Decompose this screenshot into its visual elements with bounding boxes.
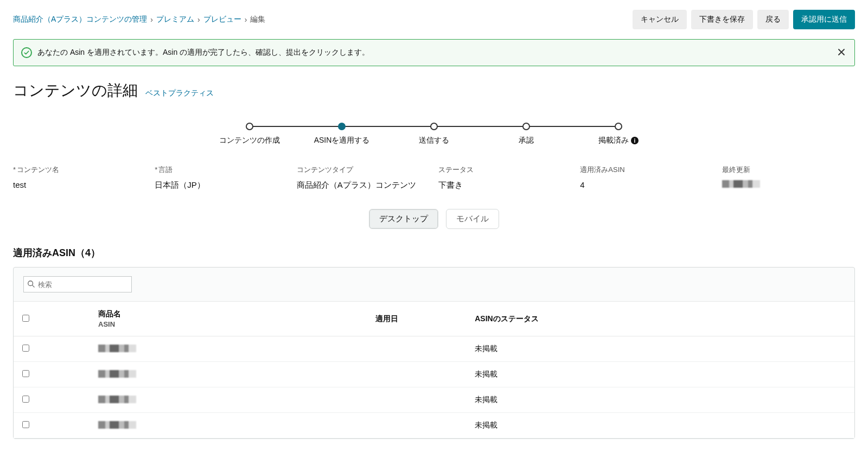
column-header-status: ASINのステータス	[466, 302, 786, 336]
check-circle-icon	[21, 47, 32, 58]
desktop-view-button[interactable]: デスクトップ	[369, 209, 438, 229]
applied-asin-panel: 商品名 ASIN 適用日 ASINのステータス 未掲載未掲載未掲載未掲載	[13, 267, 855, 439]
value-last-updated	[722, 180, 855, 190]
step-dot-icon	[430, 123, 438, 130]
step-label: ASINを適用する	[314, 136, 370, 145]
value-language: 日本語（JP）	[155, 180, 288, 190]
label-content-name: コンテンツ名	[13, 165, 146, 175]
breadcrumb-root[interactable]: 商品紹介（Aプラス）コンテンツの管理	[13, 15, 147, 24]
breadcrumb-item-1[interactable]: プレミアム	[156, 15, 194, 24]
applied-asin-section-title: 適用済みASIN（4）	[13, 246, 855, 259]
cancel-button[interactable]: キャンセル	[633, 10, 687, 29]
step-dot-icon	[615, 123, 622, 130]
step-dot-icon	[246, 123, 253, 130]
step-dot-icon	[522, 123, 530, 130]
breadcrumb-current: 編集	[250, 15, 265, 24]
progress-stepper: コンテンツの作成ASINを適用する送信する承認掲載済みi	[13, 123, 855, 145]
value-content-type: 商品紹介（Aプラス）コンテンツ	[297, 180, 430, 190]
cell-applied-date	[308, 413, 466, 438]
alert-close-button[interactable]	[834, 45, 849, 60]
table-row: 未掲載	[14, 362, 854, 387]
success-alert: あなたの Asin を適用されています。Asin の適用が完了したら、確認し、提…	[13, 39, 855, 66]
cell-product-name	[90, 387, 308, 413]
row-checkbox[interactable]	[22, 345, 29, 352]
cell-product-name	[90, 362, 308, 387]
column-header-name: 商品名 ASIN	[90, 302, 308, 336]
search-icon	[27, 280, 35, 289]
close-icon	[837, 48, 846, 58]
redacted-text	[722, 180, 760, 188]
svg-line-1	[33, 285, 35, 287]
step-label: 承認	[519, 136, 534, 145]
stepper-step: コンテンツの作成	[203, 123, 296, 145]
cell-applied-date	[308, 362, 466, 387]
chevron-right-icon: ›	[197, 15, 200, 24]
label-last-updated: 最終更新	[722, 165, 855, 175]
redacted-text	[98, 370, 136, 378]
info-icon[interactable]: i	[631, 137, 639, 144]
redacted-text	[98, 345, 136, 352]
cell-applied-date	[308, 336, 466, 362]
cell-asin-status: 未掲載	[466, 413, 786, 438]
cell-asin-status: 未掲載	[466, 362, 786, 387]
step-label: 掲載済みi	[598, 136, 639, 145]
breadcrumb-item-2[interactable]: プレビュー	[203, 15, 241, 24]
best-practices-link[interactable]: ベストプラクティス	[145, 88, 214, 98]
alert-message: あなたの Asin を適用されています。Asin の適用が完了したら、確認し、提…	[37, 48, 369, 58]
view-toggle: デスクトップ モバイル	[13, 209, 855, 229]
table-row: 未掲載	[14, 413, 854, 438]
select-all-checkbox[interactable]	[22, 315, 29, 322]
row-checkbox[interactable]	[22, 370, 29, 377]
redacted-text	[98, 396, 136, 403]
submit-for-approval-button[interactable]: 承認用に送信	[793, 10, 855, 29]
header-actions: キャンセル 下書きを保存 戻る 承認用に送信	[633, 10, 855, 29]
label-status: ステータス	[438, 165, 571, 175]
search-input[interactable]	[35, 278, 128, 291]
search-input-wrapper[interactable]	[23, 276, 132, 292]
table-row: 未掲載	[14, 336, 854, 362]
table-row: 未掲載	[14, 387, 854, 413]
back-button[interactable]: 戻る	[757, 10, 789, 29]
step-dot-icon	[338, 123, 346, 130]
label-applied-asin: 適用済みASIN	[580, 165, 713, 175]
breadcrumb: 商品紹介（Aプラス）コンテンツの管理 › プレミアム › プレビュー › 編集	[13, 15, 265, 24]
redacted-text	[98, 421, 136, 429]
cell-applied-date	[308, 387, 466, 413]
mobile-view-button[interactable]: モバイル	[446, 209, 499, 229]
row-checkbox[interactable]	[22, 396, 29, 403]
asin-table: 商品名 ASIN 適用日 ASINのステータス 未掲載未掲載未掲載未掲載	[14, 301, 854, 438]
label-language: 言語	[155, 165, 288, 175]
chevron-right-icon: ›	[150, 15, 153, 24]
column-header-applied-date: 適用日	[308, 302, 466, 336]
save-draft-button[interactable]: 下書きを保存	[691, 10, 753, 29]
cell-product-name	[90, 336, 308, 362]
step-label: 送信する	[419, 136, 449, 145]
cell-asin-status: 未掲載	[466, 336, 786, 362]
page-title: コンテンツの詳細	[13, 80, 138, 101]
value-content-name: test	[13, 180, 146, 190]
cell-asin-status: 未掲載	[466, 387, 786, 413]
row-checkbox[interactable]	[22, 421, 29, 428]
step-label: コンテンツの作成	[219, 136, 280, 145]
chevron-right-icon: ›	[245, 15, 247, 24]
value-status: 下書き	[438, 180, 571, 190]
cell-product-name	[90, 413, 308, 438]
label-content-type: コンテンツタイプ	[297, 165, 430, 175]
value-applied-asin: 4	[580, 180, 713, 190]
